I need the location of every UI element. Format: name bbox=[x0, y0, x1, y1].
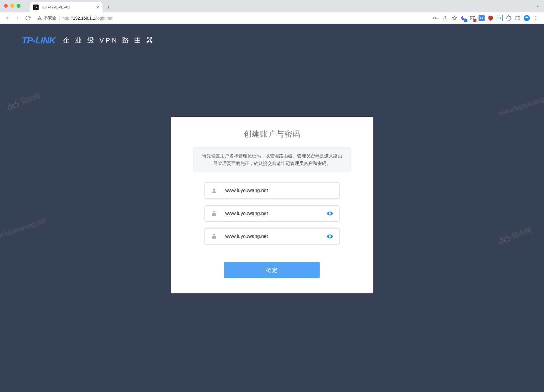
browser-toolbar: 不安全 | http://192.168.1.1/login.htm 1 1 G… bbox=[0, 12, 544, 24]
svg-point-18 bbox=[536, 19, 536, 20]
extension-moon-icon[interactable]: 1 bbox=[460, 15, 467, 21]
svg-point-17 bbox=[536, 17, 536, 18]
svg-point-22 bbox=[11, 106, 12, 107]
svg-point-8 bbox=[473, 17, 474, 18]
watermark: www.luyouwang.net bbox=[0, 217, 46, 243]
svg-rect-24 bbox=[499, 237, 510, 244]
svg-line-20 bbox=[9, 103, 10, 106]
window-minimize-icon[interactable] bbox=[10, 4, 14, 8]
profile-icon[interactable] bbox=[523, 15, 530, 21]
router-icon bbox=[5, 96, 21, 112]
svg-rect-13 bbox=[516, 16, 520, 20]
password-field[interactable] bbox=[204, 205, 340, 222]
page-header: TP-LINK 企 业 级 VPN 路 由 器 bbox=[0, 24, 544, 46]
toolbar-actions: 1 1 G S bbox=[433, 15, 541, 21]
tab-title: TL-R479GPE-AC bbox=[41, 5, 93, 9]
extension-translate-icon[interactable]: G bbox=[478, 15, 485, 21]
show-password-icon[interactable] bbox=[326, 210, 334, 217]
svg-point-28 bbox=[504, 240, 505, 241]
back-button[interactable] bbox=[3, 14, 11, 22]
watermark: 路由网 bbox=[5, 90, 42, 112]
menu-icon[interactable] bbox=[533, 15, 539, 21]
address-bar[interactable]: 不安全 | http://192.168.1.1/login.htm bbox=[34, 14, 431, 23]
brand-subtitle: 企 业 级 VPN 路 由 器 bbox=[63, 36, 155, 45]
lock-icon bbox=[210, 210, 218, 217]
confirm-password-input[interactable] bbox=[218, 234, 326, 239]
login-card: 创建账户与密码 请先设置用户名和管理员密码，以管理路由器。管理员密码是进入路由器… bbox=[171, 117, 373, 293]
key-icon[interactable] bbox=[433, 15, 440, 21]
star-icon[interactable] bbox=[451, 15, 458, 21]
tab-favicon-icon: TP bbox=[33, 5, 39, 10]
insecure-badge: 不安全 bbox=[37, 15, 56, 21]
svg-point-7 bbox=[471, 17, 472, 18]
svg-point-27 bbox=[502, 241, 503, 242]
tabs-dropdown-icon[interactable] bbox=[536, 4, 540, 8]
svg-marker-5 bbox=[452, 16, 457, 20]
user-icon bbox=[210, 188, 218, 194]
warning-icon bbox=[37, 16, 42, 20]
svg-line-26 bbox=[506, 235, 507, 238]
extension-s-icon[interactable]: S bbox=[496, 15, 503, 21]
insecure-label: 不安全 bbox=[44, 15, 56, 21]
tab-close-icon[interactable]: ✕ bbox=[96, 5, 100, 10]
watermark: www.luyouwang.net bbox=[498, 92, 544, 118]
svg-rect-19 bbox=[8, 103, 19, 109]
browser-tab-strip: TP TL-R479GPE-AC ✕ + bbox=[0, 0, 544, 12]
extensions-icon[interactable] bbox=[505, 15, 512, 21]
share-icon[interactable] bbox=[442, 15, 449, 21]
svg-rect-2 bbox=[438, 18, 438, 19]
submit-button[interactable]: 确定 bbox=[224, 262, 320, 278]
svg-point-33 bbox=[329, 236, 331, 237]
brand-logo: TP-LINK bbox=[22, 35, 55, 46]
forward-button[interactable] bbox=[13, 14, 22, 22]
extension-panda-icon[interactable]: 1 bbox=[469, 15, 476, 21]
password-input[interactable] bbox=[218, 211, 326, 216]
watermark: 路由网 bbox=[496, 224, 533, 247]
window-controls bbox=[4, 4, 21, 8]
page-content: TP-LINK 企 业 级 VPN 路 由 器 路由网 www.luyouwan… bbox=[0, 24, 544, 392]
svg-point-0 bbox=[434, 17, 436, 19]
svg-point-31 bbox=[329, 213, 331, 214]
address-divider: | bbox=[59, 16, 60, 21]
svg-rect-32 bbox=[212, 236, 216, 239]
username-field[interactable] bbox=[204, 182, 340, 199]
svg-point-29 bbox=[213, 189, 215, 191]
svg-point-16 bbox=[536, 16, 536, 17]
username-input[interactable] bbox=[218, 188, 334, 193]
card-title: 创建账户与密码 bbox=[193, 129, 351, 139]
svg-text:S: S bbox=[498, 16, 501, 20]
field-group bbox=[193, 182, 351, 245]
svg-point-23 bbox=[13, 106, 14, 107]
browser-tab[interactable]: TP TL-R479GPE-AC ✕ bbox=[30, 2, 103, 12]
url-text: http://192.168.1.1/login.htm bbox=[62, 16, 114, 21]
show-password-icon[interactable] bbox=[326, 233, 334, 240]
confirm-password-field[interactable] bbox=[204, 228, 340, 245]
svg-rect-3 bbox=[437, 18, 438, 19]
svg-line-21 bbox=[15, 100, 16, 103]
info-box: 请先设置用户名和管理员密码，以管理路由器。管理员密码是进入路由器管理页面的凭证，… bbox=[193, 147, 351, 172]
new-tab-button[interactable]: + bbox=[104, 3, 113, 11]
sidepanel-icon[interactable] bbox=[514, 15, 521, 21]
window-close-icon[interactable] bbox=[4, 4, 8, 8]
svg-line-25 bbox=[500, 237, 501, 240]
reload-button[interactable] bbox=[24, 14, 32, 22]
lock-icon bbox=[210, 233, 218, 239]
svg-text:G: G bbox=[480, 16, 483, 20]
router-icon bbox=[496, 231, 512, 247]
window-maximize-icon[interactable] bbox=[17, 4, 21, 8]
extension-shield-icon[interactable] bbox=[487, 15, 494, 21]
svg-rect-30 bbox=[212, 213, 216, 216]
